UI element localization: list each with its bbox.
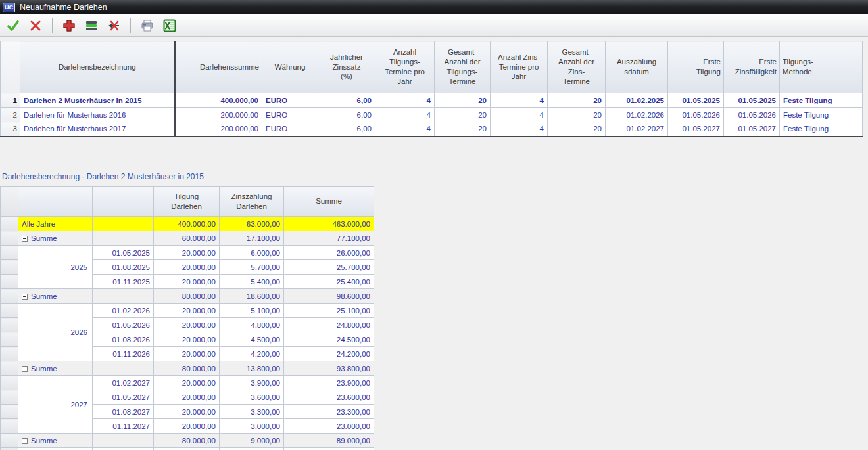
cell-zins[interactable]: 17.100,00 — [220, 231, 284, 246]
row-selector[interactable] — [1, 361, 18, 376]
cell-tilgung[interactable]: 80.000,00 — [154, 361, 220, 376]
cell-date[interactable]: 01.11.2025 — [93, 275, 154, 289]
cell-summe[interactable]: 24.200,00 — [284, 347, 374, 361]
cell-tilgung[interactable]: 80.000,00 — [154, 434, 220, 448]
cell-summe[interactable]: 200.000,00 — [175, 122, 262, 137]
cell-summe[interactable]: 25.700,00 — [284, 260, 374, 275]
calc-row-all-years[interactable]: Alle Jahre 400.000,00 63.000,00 463.000,… — [1, 217, 374, 231]
cell-zins[interactable]: 18.600,00 — [220, 289, 284, 304]
cell-zinssatz[interactable]: 6,00 — [318, 93, 375, 108]
cell-summe[interactable]: 23.300,00 — [284, 405, 374, 419]
cell-summe[interactable]: 25.400,00 — [284, 275, 374, 289]
row-selector[interactable] — [1, 289, 18, 304]
row-selector[interactable] — [1, 390, 18, 405]
cell-tilgung[interactable]: 20.000,00 — [154, 332, 220, 347]
cell-year[interactable]: 2026 — [18, 304, 93, 361]
cell-zins[interactable]: 9.000,00 — [220, 434, 284, 448]
cell-zins-jahr[interactable]: 4 — [491, 108, 548, 122]
cell-zins[interactable]: 4.200,00 — [220, 347, 284, 361]
calc-row-detail[interactable]: 2026 01.02.2026 20.000,00 5.100,00 25.10… — [1, 304, 374, 318]
calc-row-group-sum[interactable]: Summe 80.000,00 18.600,00 98.600,00 — [1, 289, 374, 304]
cell-date[interactable]: 01.08.2027 — [93, 405, 154, 419]
row-selector[interactable] — [1, 217, 18, 231]
cell-erste-tilgung[interactable]: 01.05.2025 — [668, 93, 724, 108]
cell-summe[interactable]: 24.500,00 — [284, 332, 374, 347]
cell-methode[interactable]: Feste Tilgung — [780, 108, 863, 122]
print-button[interactable] — [139, 18, 155, 34]
cell-zins[interactable]: 5.400,00 — [220, 275, 284, 289]
collapse-minus-icon[interactable] — [22, 236, 28, 242]
row-selector[interactable] — [1, 347, 18, 361]
cell-auszahlung[interactable]: 01.02.2026 — [606, 108, 668, 122]
cell-date[interactable]: 01.05.2026 — [93, 318, 154, 332]
cell-zins-gesamt[interactable]: 20 — [548, 108, 606, 122]
cell-zins-jahr[interactable]: 4 — [491, 93, 548, 108]
calc-row-group-sum[interactable]: Summe 60.000,00 17.100,00 77.100,00 — [1, 231, 374, 246]
cell-summe[interactable]: 89.000,00 — [284, 434, 374, 448]
cell-date[interactable]: 01.11.2026 — [93, 347, 154, 361]
cell-summe[interactable]: 200.000,00 — [175, 108, 262, 122]
cell-label[interactable]: Summe — [18, 361, 93, 376]
cell-date[interactable]: 01.05.2025 — [93, 246, 154, 260]
cell-date[interactable]: 01.08.2026 — [93, 332, 154, 347]
confirm-button[interactable] — [5, 18, 21, 34]
row-selector[interactable] — [1, 275, 18, 289]
cell-zins[interactable]: 3.300,00 — [220, 405, 284, 419]
row-selector[interactable] — [1, 304, 18, 318]
collapse-minus-icon[interactable] — [22, 366, 28, 372]
cell-tilg-jahr[interactable]: 4 — [375, 122, 435, 137]
cell-zins-jahr[interactable]: 4 — [491, 122, 548, 137]
cell-summe[interactable]: 98.600,00 — [284, 289, 374, 304]
cell-tilgung[interactable]: 20.000,00 — [154, 246, 220, 260]
cell-date[interactable] — [93, 217, 154, 231]
cell-summe[interactable]: 26.000,00 — [284, 246, 374, 260]
cell-tilg-jahr[interactable]: 4 — [375, 108, 435, 122]
cell-erste-zins[interactable]: 01.05.2025 — [724, 93, 780, 108]
cell-summe[interactable]: 463.000,00 — [284, 217, 374, 231]
collapse-minus-icon[interactable] — [22, 438, 28, 444]
cell-label[interactable]: Summe — [18, 434, 93, 448]
cell-tilgung[interactable]: 60.000,00 — [154, 231, 220, 246]
cell-methode[interactable]: Feste Tilgung — [780, 93, 863, 108]
cell-zins-gesamt[interactable]: 20 — [548, 93, 606, 108]
cancel-button[interactable] — [28, 18, 43, 34]
cell-tilgung[interactable]: 20.000,00 — [154, 260, 220, 275]
cell-summe[interactable]: 23.000,00 — [284, 419, 374, 434]
cell-zins[interactable]: 5.700,00 — [220, 260, 284, 275]
loan-row[interactable]: 3 Darlehen für Musterhaus 2017 200.000,0… — [1, 122, 863, 137]
cell-tilgung[interactable]: 80.000,00 — [154, 289, 220, 304]
cell-zinssatz[interactable]: 6,00 — [318, 122, 375, 137]
cell-summe[interactable]: 400.000,00 — [175, 93, 262, 108]
cell-zins[interactable]: 3.000,00 — [220, 419, 284, 434]
cell-zins[interactable]: 5.100,00 — [220, 304, 284, 318]
cell-summe[interactable]: 23.900,00 — [284, 376, 374, 390]
cell-tilgung[interactable]: 20.000,00 — [154, 376, 220, 390]
cell-waehrung[interactable]: EURO — [262, 93, 318, 108]
cell-zins-gesamt[interactable]: 20 — [548, 122, 606, 137]
cell-zins[interactable]: 6.000,00 — [220, 246, 284, 260]
cell-date[interactable]: 01.11.2027 — [93, 419, 154, 434]
row-selector[interactable] — [1, 376, 18, 390]
cell-tilg-gesamt[interactable]: 20 — [435, 122, 491, 137]
cell-tilgung[interactable]: 20.000,00 — [154, 304, 220, 318]
calc-row-group-sum[interactable]: Summe 80.000,00 9.000,00 89.000,00 — [1, 434, 374, 448]
cell-tilgung[interactable]: 20.000,00 — [154, 390, 220, 405]
cell-date[interactable]: 01.05.2027 — [93, 390, 154, 405]
cell-label[interactable]: Summe — [18, 289, 93, 304]
row-selector[interactable] — [1, 231, 18, 246]
cell-date[interactable] — [93, 434, 154, 448]
cell-erste-zins[interactable]: 01.05.2026 — [724, 108, 780, 122]
duplicate-rows-button[interactable] — [84, 18, 99, 34]
cell-waehrung[interactable]: EURO — [262, 108, 318, 122]
cell-tilgung[interactable]: 20.000,00 — [154, 318, 220, 332]
row-selector[interactable] — [1, 434, 18, 448]
cell-name[interactable]: Darlehen für Musterhaus 2017 — [20, 122, 175, 137]
cell-date[interactable] — [93, 231, 154, 246]
cell-zins[interactable]: 3.600,00 — [220, 390, 284, 405]
cell-tilg-jahr[interactable]: 4 — [375, 93, 435, 108]
cell-date[interactable]: 01.02.2027 — [93, 376, 154, 390]
cell-zins[interactable]: 4.800,00 — [220, 318, 284, 332]
cell-zins[interactable]: 63.000,00 — [220, 217, 284, 231]
cell-erste-tilgung[interactable]: 01.05.2026 — [668, 108, 724, 122]
cell-erste-tilgung[interactable]: 01.05.2027 — [668, 122, 724, 137]
